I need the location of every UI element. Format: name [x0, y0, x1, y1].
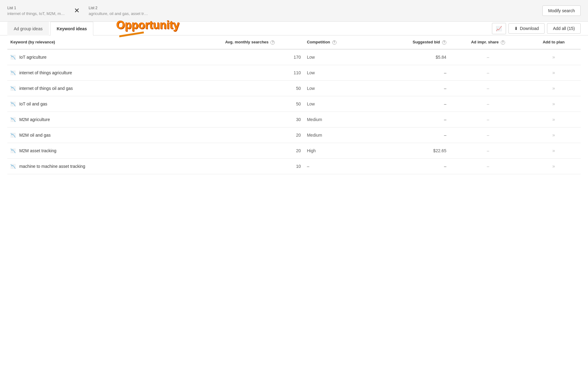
suggested-bid-cell: $22.65: [373, 143, 449, 158]
table-body: 📉 IoT agriculture 170 Low $5.84 – » 📉 in…: [7, 49, 581, 174]
table-row: 📉 IoT agriculture 170 Low $5.84 – »: [7, 49, 581, 65]
keyword-text: M2M asset tracking: [19, 148, 56, 153]
modify-search-button[interactable]: Modify search: [542, 6, 581, 16]
download-button[interactable]: ⬇ Download: [508, 23, 545, 34]
keyword-cell: 📉 internet of things oil and gas: [7, 80, 196, 96]
suggested-bid-cell: –: [373, 65, 449, 80]
table-row: 📉 M2M agriculture 30 Medium – – »: [7, 112, 581, 127]
top-bar: List 1 internet of things, IoT, M2M, m… …: [0, 0, 588, 22]
header-keyword: Keyword (by relevance): [7, 35, 196, 49]
table-row: 📉 internet of things agriculture 110 Low…: [7, 65, 581, 80]
list1-block: List 1 internet of things, IoT, M2M, m…: [7, 6, 65, 16]
competition-cell: Low: [304, 65, 373, 80]
avg-searches-cell: 170: [196, 49, 304, 65]
avg-searches-cell: 50: [196, 96, 304, 112]
ad-impr-share-cell: –: [449, 65, 527, 80]
header-competition: Competition ?: [304, 35, 373, 49]
table-row: 📉 internet of things oil and gas 50 Low …: [7, 80, 581, 96]
avg-searches-cell: 110: [196, 65, 304, 80]
ad-impr-share-cell: –: [449, 112, 527, 127]
add-to-plan-cell[interactable]: »: [527, 143, 581, 158]
trend-icon: 📉: [10, 70, 16, 75]
add-to-plan-cell[interactable]: »: [527, 112, 581, 127]
header-avg-monthly: Avg. monthly searches ?: [196, 35, 304, 49]
suggested-bid-help-icon[interactable]: ?: [442, 40, 446, 45]
add-to-plan-arrow[interactable]: »: [552, 132, 555, 138]
suggested-bid-cell: –: [373, 127, 449, 143]
add-to-plan-cell[interactable]: »: [527, 158, 581, 174]
trend-icon: 📉: [10, 133, 16, 138]
ad-impr-share-cell: –: [449, 49, 527, 65]
add-to-plan-arrow[interactable]: »: [552, 101, 555, 106]
competition-cell: Medium: [304, 112, 373, 127]
trend-icon: 📉: [10, 164, 16, 169]
tabs-bar: Ad group ideas Keyword ideas Opportunity…: [0, 22, 588, 35]
suggested-bid-cell: $5.84: [373, 49, 449, 65]
suggested-bid-cell: –: [373, 158, 449, 174]
table-row: 📉 M2M asset tracking 20 High $22.65 – »: [7, 143, 581, 158]
ad-impr-share-help-icon[interactable]: ?: [501, 40, 505, 45]
add-to-plan-arrow[interactable]: »: [552, 164, 555, 169]
keyword-text: internet of things oil and gas: [19, 86, 73, 91]
header-suggested-bid: Suggested bid ?: [373, 35, 449, 49]
ad-impr-share-cell: –: [449, 158, 527, 174]
tab-ad-group[interactable]: Ad group ideas: [7, 22, 49, 35]
keyword-text: IoT oil and gas: [19, 101, 47, 106]
avg-searches-cell: 50: [196, 80, 304, 96]
competition-cell: Low: [304, 80, 373, 96]
avg-monthly-help-icon[interactable]: ?: [270, 40, 275, 45]
keyword-text: machine to machine asset tracking: [19, 164, 85, 169]
add-to-plan-cell[interactable]: »: [527, 80, 581, 96]
ad-impr-share-cell: –: [449, 80, 527, 96]
add-to-plan-arrow[interactable]: »: [552, 117, 555, 122]
ad-impr-share-cell: –: [449, 96, 527, 112]
suggested-bid-cell: –: [373, 112, 449, 127]
table-row: 📉 M2M oil and gas 20 Medium – – »: [7, 127, 581, 143]
table-row: 📉 machine to machine asset tracking 10 –…: [7, 158, 581, 174]
table-row: 📉 IoT oil and gas 50 Low – – »: [7, 96, 581, 112]
keyword-text: M2M oil and gas: [19, 133, 51, 138]
avg-searches-cell: 20: [196, 143, 304, 158]
tab-keyword-ideas[interactable]: Keyword ideas: [50, 22, 93, 35]
chart-icon: 📈: [496, 26, 502, 31]
list2-block: List 2 agriculture, oil and gas, asset t…: [89, 6, 148, 16]
add-to-plan-cell[interactable]: »: [527, 49, 581, 65]
competition-help-icon[interactable]: ?: [332, 40, 337, 45]
trend-icon: 📉: [10, 55, 16, 60]
add-to-plan-arrow[interactable]: »: [552, 54, 555, 60]
table-header-row: Keyword (by relevance) Avg. monthly sear…: [7, 35, 581, 49]
keyword-text: internet of things agriculture: [19, 70, 72, 75]
add-to-plan-arrow[interactable]: »: [552, 70, 555, 75]
competition-cell: Medium: [304, 127, 373, 143]
suggested-bid-cell: –: [373, 80, 449, 96]
ad-impr-share-cell: –: [449, 127, 527, 143]
keyword-cell: 📉 M2M agriculture: [7, 112, 196, 127]
add-to-plan-arrow[interactable]: »: [552, 86, 555, 91]
keyword-cell: 📉 M2M asset tracking: [7, 143, 196, 158]
trend-icon: 📉: [10, 86, 16, 91]
trend-icon: 📉: [10, 148, 16, 153]
add-to-plan-cell[interactable]: »: [527, 65, 581, 80]
list1-label: List 1: [7, 6, 65, 10]
avg-searches-cell: 30: [196, 112, 304, 127]
chart-icon-button[interactable]: 📈: [492, 23, 506, 34]
keyword-cell: 📉 internet of things agriculture: [7, 65, 196, 80]
download-icon: ⬇: [514, 26, 518, 31]
keyword-cell: 📉 M2M oil and gas: [7, 127, 196, 143]
table-wrapper: Keyword (by relevance) Avg. monthly sear…: [0, 35, 588, 174]
trend-icon: 📉: [10, 117, 16, 122]
list2-value: agriculture, oil and gas, asset tr…: [89, 11, 148, 16]
add-to-plan-cell[interactable]: »: [527, 96, 581, 112]
cross-icon: ✕: [74, 7, 80, 15]
add-to-plan-cell[interactable]: »: [527, 127, 581, 143]
keyword-cell: 📉 machine to machine asset tracking: [7, 158, 196, 174]
keyword-cell: 📉 IoT agriculture: [7, 49, 196, 65]
keyword-cell: 📉 IoT oil and gas: [7, 96, 196, 112]
competition-cell: High: [304, 143, 373, 158]
competition-cell: Low: [304, 96, 373, 112]
add-all-button[interactable]: Add all (15): [547, 23, 581, 34]
competition-cell: –: [304, 158, 373, 174]
suggested-bid-cell: –: [373, 96, 449, 112]
add-to-plan-arrow[interactable]: »: [552, 148, 555, 153]
trend-icon: 📉: [10, 101, 16, 106]
